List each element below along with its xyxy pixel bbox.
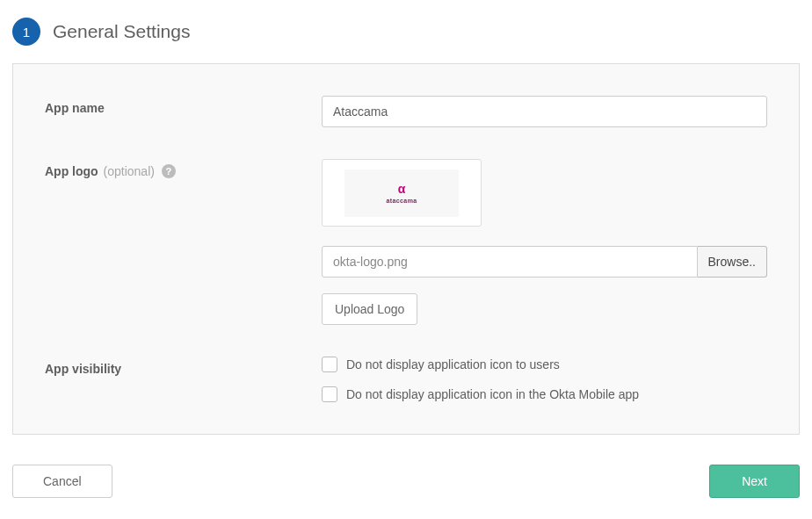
step-number: 1 [12, 18, 40, 46]
visibility-label-users[interactable]: Do not display application icon to users [346, 357, 560, 371]
section-header: 1 General Settings [12, 18, 800, 46]
visibility-checkbox-users[interactable] [322, 357, 337, 372]
app-name-label: App name [45, 96, 322, 115]
next-button[interactable]: Next [709, 465, 800, 498]
app-visibility-label: App visibility [45, 357, 322, 376]
visibility-checkbox-mobile[interactable] [322, 386, 337, 402]
page-title: General Settings [53, 21, 190, 42]
settings-panel: App name App logo (optional) ? α ataccam… [12, 63, 800, 435]
logo-glyph: α [398, 182, 406, 196]
cancel-button[interactable]: Cancel [12, 465, 112, 498]
footer-actions: Cancel Next [12, 465, 800, 498]
optional-text: (optional) [104, 164, 155, 178]
help-icon[interactable]: ? [162, 164, 176, 178]
file-name-display: okta-logo.png [322, 246, 698, 278]
visibility-label-mobile[interactable]: Do not display application icon in the O… [346, 387, 639, 401]
logo-preview: α ataccama [322, 159, 482, 227]
app-logo-label-text: App logo [45, 164, 98, 178]
spacer-label [45, 293, 322, 299]
browse-button[interactable]: Browse.. [698, 246, 767, 278]
logo-image: α ataccama [344, 169, 459, 217]
logo-brand-text: ataccama [386, 198, 417, 204]
upload-logo-button[interactable]: Upload Logo [322, 293, 417, 325]
app-name-input[interactable] [322, 96, 767, 127]
app-logo-label: App logo (optional) ? [45, 159, 322, 178]
